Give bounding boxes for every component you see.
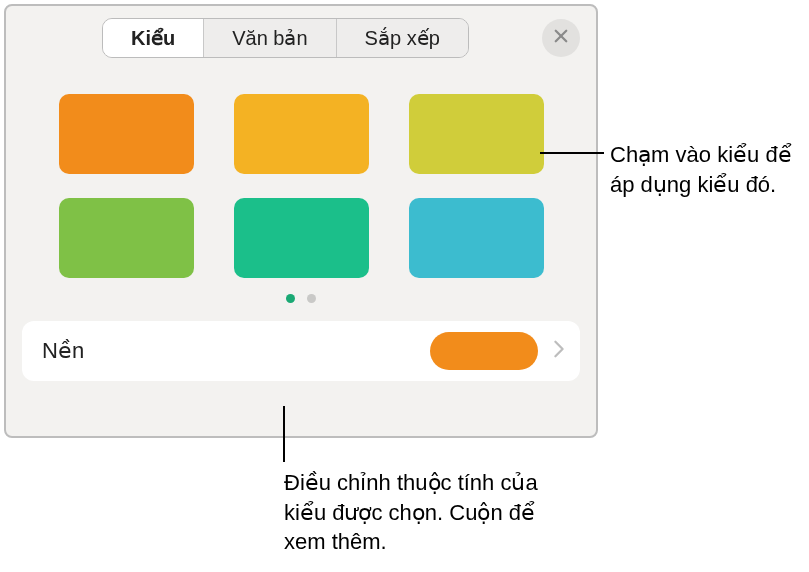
tab-text[interactable]: Văn bản — [204, 19, 336, 57]
chevron-right-icon — [552, 340, 566, 362]
page-indicator — [6, 292, 596, 313]
format-panel: Kiểu Văn bản Sắp xếp Nền — [4, 4, 598, 438]
style-swatch-grid — [6, 66, 596, 292]
callout-leader — [540, 152, 604, 154]
tab-arrange[interactable]: Sắp xếp — [337, 19, 468, 57]
fill-current-color — [430, 332, 538, 370]
style-swatch[interactable] — [409, 198, 544, 278]
style-swatch[interactable] — [59, 198, 194, 278]
close-icon — [552, 27, 570, 49]
segmented-control: Kiểu Văn bản Sắp xếp — [102, 18, 469, 58]
close-button[interactable] — [542, 19, 580, 57]
style-swatch[interactable] — [234, 94, 369, 174]
page-dot[interactable] — [307, 294, 316, 303]
style-swatch[interactable] — [409, 94, 544, 174]
callout-leader — [283, 406, 285, 462]
style-swatch[interactable] — [59, 94, 194, 174]
panel-header: Kiểu Văn bản Sắp xếp — [6, 6, 596, 66]
fill-row[interactable]: Nền — [22, 321, 580, 381]
callout-text: Điều chỉnh thuộc tính của kiểu được chọn… — [284, 468, 564, 557]
style-swatch[interactable] — [234, 198, 369, 278]
page-dot[interactable] — [286, 294, 295, 303]
tab-style[interactable]: Kiểu — [103, 19, 204, 57]
callout-text: Chạm vào kiểu để áp dụng kiểu đó. — [610, 140, 800, 199]
fill-label: Nền — [42, 338, 430, 364]
